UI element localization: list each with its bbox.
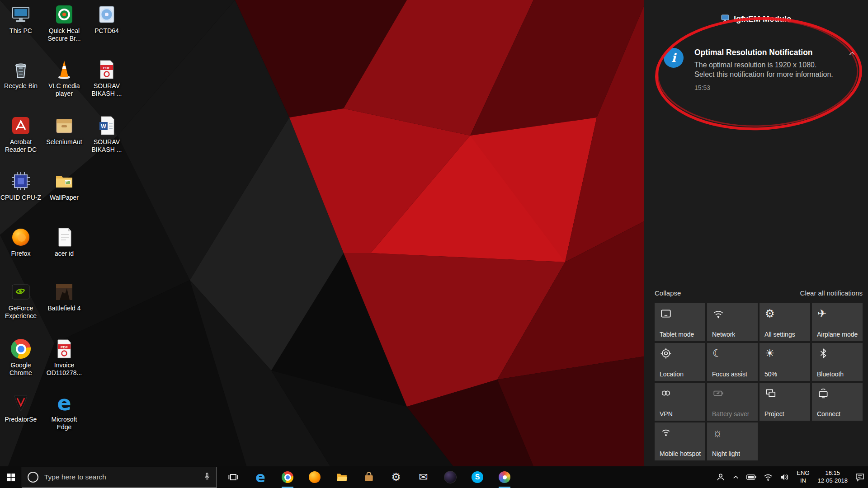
desktop-icon-chrome[interactable]: Google Chrome bbox=[0, 338, 42, 376]
desktop-icon-seleniumaut[interactable]: SeleniumAut bbox=[43, 115, 85, 146]
chevron-up-icon[interactable] bbox=[848, 50, 856, 60]
desktop-icon-battlefield[interactable]: Battlefield 4 bbox=[43, 281, 85, 312]
clear-all-notifications-link[interactable]: Clear all notifications bbox=[800, 289, 863, 297]
desktop-icon-sourav-pdf[interactable]: PDF SOURAV BIKASH ... bbox=[86, 59, 127, 97]
task-view-button[interactable] bbox=[220, 466, 247, 488]
word-file-icon: W bbox=[96, 115, 118, 136]
people-tray-icon[interactable] bbox=[712, 466, 729, 488]
settings-taskbar-icon[interactable]: ⚙ bbox=[382, 466, 410, 488]
clock[interactable]: 16:15 12-05-2018 bbox=[814, 466, 852, 488]
pdf-file-icon: PDF bbox=[53, 338, 75, 360]
file-box-icon bbox=[53, 115, 75, 136]
mail-taskbar-icon[interactable]: ✉ bbox=[410, 466, 437, 488]
quick-action-location[interactable]: Location bbox=[655, 343, 705, 381]
tablet-mode-icon bbox=[660, 308, 672, 322]
quick-action-label: Airplane mode bbox=[817, 331, 858, 338]
notification-time: 15:53 bbox=[694, 84, 834, 91]
action-center-button[interactable] bbox=[852, 466, 868, 488]
predator-icon bbox=[10, 392, 32, 414]
svg-text:W: W bbox=[101, 123, 106, 130]
quick-action-all-settings[interactable]: ⚙ All settings bbox=[760, 303, 810, 341]
firefox-taskbar-icon[interactable] bbox=[301, 466, 328, 488]
desktop-icon-acer-id[interactable]: acer id bbox=[43, 226, 85, 258]
desktop-icon-label: SOURAV BIKASH ... bbox=[86, 138, 127, 153]
desktop-icon-label: PredatorSe bbox=[0, 416, 42, 423]
collapse-link[interactable]: Collapse bbox=[655, 289, 681, 297]
quick-action-project[interactable]: Project bbox=[760, 383, 810, 421]
quick-action-label: Battery saver bbox=[712, 410, 749, 418]
microphone-icon[interactable] bbox=[203, 472, 211, 482]
desktop-icon-vlc[interactable]: VLC media player bbox=[43, 59, 85, 97]
quick-action-focus-assist[interactable]: ☾ Focus assist bbox=[707, 343, 758, 381]
airplane-icon: ✈ bbox=[817, 308, 826, 319]
desktop-icon-pctd64[interactable]: PCTD64 bbox=[86, 4, 127, 35]
quick-action-bluetooth[interactable]: Bluetooth bbox=[812, 343, 863, 381]
desktop-icon-label: SeleniumAut bbox=[43, 138, 85, 146]
quick-action-airplane-mode[interactable]: ✈ Airplane mode bbox=[812, 303, 863, 341]
desktop-icon-recycle-bin[interactable]: Recycle Bin bbox=[0, 59, 42, 90]
desktop-icon-geforce[interactable]: GeForce Experience bbox=[0, 281, 42, 319]
show-hidden-icons-button[interactable] bbox=[729, 466, 743, 488]
desktop-icon-label: PCTD64 bbox=[86, 27, 127, 35]
edge-taskbar-icon[interactable]: e bbox=[247, 466, 274, 488]
vlc-cone-icon bbox=[53, 59, 75, 80]
file-explorer-taskbar-icon[interactable] bbox=[328, 466, 355, 488]
quick-action-label: Location bbox=[660, 371, 684, 378]
desktop-icon-label: WallPaper bbox=[43, 194, 85, 202]
quick-action-mobile-hotspot[interactable]: Mobile hotspot bbox=[655, 422, 705, 460]
quick-action-label: Night light bbox=[712, 450, 740, 457]
vpn-icon bbox=[660, 387, 672, 401]
quick-action-connect[interactable]: Connect bbox=[812, 383, 863, 421]
desktop-icon-invoice-pdf[interactable]: PDF Invoice OD110278... bbox=[43, 338, 85, 376]
windows-logo-icon bbox=[7, 473, 15, 482]
store-taskbar-icon[interactable] bbox=[355, 466, 382, 488]
desktop-icon-wallpaper-folder[interactable]: WallPaper bbox=[43, 170, 85, 202]
search-input[interactable] bbox=[43, 473, 198, 482]
language-code: ENG bbox=[797, 469, 809, 477]
desktop-icon-quick-heal[interactable]: Quick Heal Secure Br... bbox=[43, 4, 85, 42]
desktop-icon-label: Quick Heal Secure Br... bbox=[43, 27, 85, 42]
battery-saver-icon bbox=[712, 387, 724, 401]
desktop-icon-label: CPUID CPU-Z bbox=[0, 194, 42, 202]
music-app-taskbar-icon[interactable] bbox=[437, 466, 464, 488]
desktop-icon-label: VLC media player bbox=[43, 82, 85, 97]
language-indicator[interactable]: ENG IN bbox=[793, 466, 813, 488]
desktop-icon-predator[interactable]: PredatorSe bbox=[0, 392, 42, 423]
desktop-icon-sourav-word[interactable]: W SOURAV BIKASH ... bbox=[86, 115, 127, 153]
taskbar-search[interactable] bbox=[22, 467, 217, 488]
quick-action-battery-saver[interactable]: Battery saver bbox=[707, 383, 758, 421]
chrome-taskbar-icon[interactable] bbox=[274, 466, 301, 488]
desktop-icon-label: Acrobat Reader DC bbox=[0, 138, 42, 153]
cpu-chip-icon bbox=[10, 170, 32, 192]
desktop-icon-this-pc[interactable]: This PC bbox=[0, 4, 42, 35]
desktop-icon-cpu-z[interactable]: CPUID CPU-Z bbox=[0, 170, 42, 202]
region-code: IN bbox=[800, 477, 806, 485]
acrobat-reader-icon bbox=[10, 115, 32, 136]
quick-action-label: Bluetooth bbox=[817, 371, 844, 378]
desktop-icon-edge[interactable]: e Microsoft Edge bbox=[43, 392, 85, 431]
network-tray-icon[interactable] bbox=[760, 466, 776, 488]
desktop-icon-firefox[interactable]: Firefox bbox=[0, 226, 42, 258]
notification-card[interactable]: i Optimal Resolution Notification The op… bbox=[664, 48, 857, 91]
quick-action-night-light[interactable]: ☼ Night light bbox=[707, 422, 758, 460]
paint-taskbar-icon[interactable] bbox=[491, 466, 518, 488]
quick-action-label: Network bbox=[712, 331, 735, 338]
start-button[interactable] bbox=[0, 466, 22, 488]
quick-action-brightness[interactable]: ☀ 50% bbox=[760, 343, 810, 381]
desktop-icon-label: Microsoft Edge bbox=[43, 416, 85, 431]
quick-action-tablet-mode[interactable]: Tablet mode bbox=[655, 303, 705, 341]
quick-action-vpn[interactable]: VPN bbox=[655, 383, 705, 421]
network-icon bbox=[712, 308, 724, 322]
desktop-icon-acrobat[interactable]: Acrobat Reader DC bbox=[0, 115, 42, 153]
skype-taskbar-icon[interactable]: S bbox=[464, 466, 491, 488]
game-thumbnail-icon bbox=[53, 281, 75, 303]
battery-tray-icon[interactable] bbox=[743, 466, 760, 488]
quick-actions-grid: Tablet mode Network ⚙ All settings ✈ Air… bbox=[655, 303, 863, 460]
quick-action-network[interactable]: Network bbox=[707, 303, 758, 341]
moon-icon: ☾ bbox=[712, 347, 722, 359]
mobile-hotspot-icon bbox=[660, 427, 672, 441]
svg-text:PDF: PDF bbox=[61, 345, 68, 349]
location-icon bbox=[660, 347, 672, 361]
info-icon: i bbox=[664, 48, 684, 68]
volume-tray-icon[interactable] bbox=[776, 466, 793, 488]
